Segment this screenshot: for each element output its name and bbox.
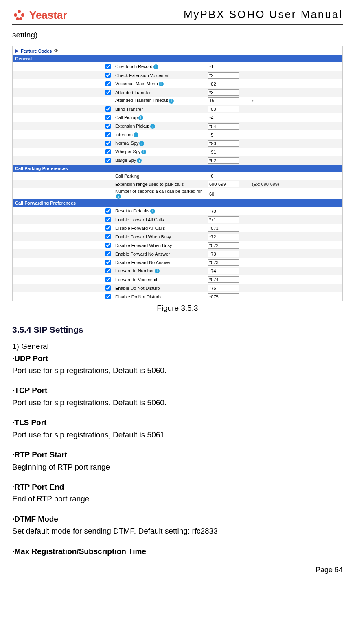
sip-sub1: 1) General: [12, 340, 343, 352]
table-row: Blind Transfer: [13, 105, 342, 113]
svg-point-0: [18, 10, 21, 13]
info-icon[interactable]: i: [159, 82, 164, 86]
row-label: Attended Transfer Timeout: [115, 98, 168, 103]
info-icon[interactable]: i: [139, 141, 144, 146]
info-icon[interactable]: i: [153, 64, 158, 69]
value-input[interactable]: [208, 293, 239, 300]
setting-title: ·Max Registration/Subscription Time: [12, 547, 146, 556]
row-label: Forward to Voicemail: [115, 277, 157, 282]
value-input[interactable]: [208, 242, 239, 249]
row-label: Blind Transfer: [115, 107, 143, 112]
row-label: Intercom: [115, 132, 133, 137]
table-row: Call Parking: [13, 172, 342, 180]
enable-checkbox[interactable]: [105, 260, 111, 265]
value-input[interactable]: [208, 72, 239, 79]
value-input[interactable]: [208, 216, 239, 223]
info-icon[interactable]: i: [134, 132, 138, 137]
value-input[interactable]: [208, 81, 239, 87]
info-icon[interactable]: i: [116, 194, 121, 199]
row-label: Enable Forward No Answer: [115, 251, 170, 256]
enable-checkbox[interactable]: [105, 277, 111, 282]
row-label: One Touch Record: [115, 64, 153, 69]
enable-checkbox[interactable]: [105, 158, 111, 163]
value-input[interactable]: [208, 97, 239, 104]
value-input[interactable]: [208, 123, 239, 130]
enable-checkbox[interactable]: [105, 217, 111, 222]
info-icon[interactable]: i: [150, 209, 155, 214]
table-row: Extension Pickupi: [13, 122, 342, 130]
row-label: Disable Do Not Disturb: [115, 294, 161, 299]
enable-checkbox[interactable]: [105, 251, 111, 256]
value-input[interactable]: [208, 251, 239, 257]
info-icon[interactable]: i: [155, 269, 160, 273]
value-input[interactable]: [208, 89, 239, 96]
table-row: Forward to Voicemail: [13, 275, 342, 284]
setting-title: ·TCP Port: [12, 386, 47, 395]
enable-checkbox[interactable]: [105, 90, 111, 95]
enable-checkbox[interactable]: [105, 124, 111, 129]
enable-checkbox[interactable]: [105, 208, 111, 214]
row-label: Disable Forward All Calls: [115, 226, 165, 231]
enable-checkbox[interactable]: [105, 285, 111, 291]
enable-checkbox[interactable]: [105, 225, 111, 231]
sip-heading: 3.5.4 SIP Settings: [12, 325, 343, 335]
value-input[interactable]: [208, 285, 239, 291]
page-header: Yeastar MyPBX SOHO User Manual: [12, 8, 343, 25]
row-label: Reset to Defaults: [115, 208, 149, 213]
enable-checkbox[interactable]: [105, 234, 111, 239]
enable-checkbox[interactable]: [105, 149, 111, 154]
value-input[interactable]: [208, 64, 239, 70]
info-icon[interactable]: i: [150, 124, 155, 129]
row-label: Attended Transfer: [115, 90, 151, 95]
value-input[interactable]: [208, 268, 239, 274]
value-input[interactable]: [208, 173, 239, 179]
enable-checkbox[interactable]: [105, 132, 111, 137]
value-input[interactable]: [208, 132, 239, 138]
section-header: Call Parking Preferences: [13, 165, 342, 172]
enable-checkbox[interactable]: [105, 115, 111, 120]
value-input[interactable]: [208, 106, 239, 112]
enable-checkbox[interactable]: [105, 81, 111, 86]
setting-title: ·RTP Port End: [12, 483, 64, 491]
table-row: Call Pickupi: [13, 113, 342, 122]
value-input[interactable]: [208, 115, 239, 121]
gear-icon[interactable]: ⟳: [54, 48, 58, 53]
table-row: Disable Forward No Answer: [13, 258, 342, 267]
value-input[interactable]: [208, 149, 239, 155]
breadcrumb-label: Feature Codes: [21, 49, 52, 53]
suffix-text: s: [252, 98, 254, 103]
info-icon[interactable]: i: [137, 158, 142, 163]
setting-title: ·RTP Port Start: [12, 450, 67, 459]
enable-checkbox[interactable]: [105, 268, 111, 273]
enable-checkbox[interactable]: [105, 243, 111, 248]
row-label: Call Pickup: [115, 115, 138, 120]
table-row: Barge Spyi: [13, 156, 342, 165]
value-input[interactable]: [208, 157, 239, 164]
breadcrumb-arrow-icon: ▶: [15, 48, 18, 53]
info-icon[interactable]: i: [141, 150, 146, 154]
row-label: Call Parking: [115, 174, 139, 179]
enable-checkbox[interactable]: [105, 106, 111, 112]
value-input[interactable]: [208, 191, 239, 197]
info-icon[interactable]: i: [169, 99, 174, 104]
suffix-text: (Ex: 690-699): [252, 182, 279, 187]
enable-checkbox[interactable]: [105, 294, 111, 299]
value-input[interactable]: [208, 259, 239, 266]
table-row: Enable Do Not Disturb: [13, 284, 342, 292]
setting-title: ·UDP Port: [12, 354, 48, 363]
enable-checkbox[interactable]: [105, 141, 111, 146]
value-input[interactable]: [208, 276, 239, 283]
value-input[interactable]: [208, 225, 239, 232]
value-input[interactable]: [208, 208, 239, 214]
setting-title: ·TLS Port: [12, 418, 46, 427]
row-label: Extension Pickup: [115, 124, 149, 128]
info-icon[interactable]: i: [138, 115, 143, 120]
value-input[interactable]: [208, 140, 239, 147]
value-input[interactable]: [208, 234, 239, 240]
row-label: Barge Spy: [115, 158, 136, 163]
setting-title: ·DTMF Mode: [12, 515, 58, 523]
value-input[interactable]: [208, 181, 239, 187]
enable-checkbox[interactable]: [105, 73, 111, 78]
row-label: Enable Do Not Disturb: [115, 286, 160, 291]
enable-checkbox[interactable]: [105, 64, 111, 69]
